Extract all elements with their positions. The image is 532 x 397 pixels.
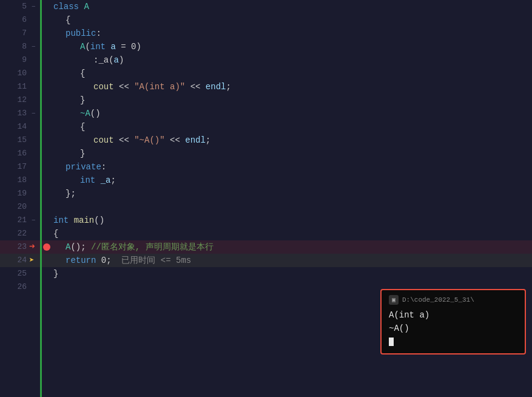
fold-marker xyxy=(32,187,40,200)
line-wrapper: 25} xyxy=(0,267,532,280)
line-code: :_a(a) xyxy=(53,53,532,67)
token: private xyxy=(66,162,101,172)
line-code: } xyxy=(53,147,532,160)
token: endl xyxy=(206,82,226,92)
fold-marker xyxy=(32,120,40,134)
token: ; xyxy=(110,175,115,185)
token: ; xyxy=(206,135,210,145)
line-code: ~A() xyxy=(53,107,532,120)
line-indicator xyxy=(40,120,53,134)
token: "~A()" xyxy=(134,135,164,145)
line-indicator xyxy=(40,27,53,40)
terminal-line-2-text: ~A() xyxy=(389,324,409,333)
line-number: 25 xyxy=(0,267,32,280)
line-wrapper: 11cout << "A(int a)" << endl; xyxy=(0,80,532,93)
terminal-cursor-line xyxy=(389,335,517,348)
fold-marker xyxy=(32,147,40,160)
fold-marker xyxy=(32,174,40,187)
token xyxy=(69,215,73,225)
fold-marker[interactable]: − xyxy=(32,107,40,120)
line-code: public: xyxy=(53,27,532,40)
line-indicator xyxy=(40,40,53,53)
line-number: 19 xyxy=(0,187,32,200)
line-number: 18 xyxy=(0,174,32,187)
line-wrapper: 7public: xyxy=(0,27,532,40)
terminal-path: D:\code_2022_5_31\ xyxy=(402,296,474,304)
line-wrapper: 22{ xyxy=(0,227,532,240)
line-indicator: ➤ xyxy=(40,254,53,267)
line-number: 16 xyxy=(0,147,32,160)
line-indicator xyxy=(40,227,53,240)
token: { xyxy=(80,122,85,132)
line-indicator xyxy=(40,160,53,174)
terminal-icon: ▣ xyxy=(389,295,399,305)
token: ( xyxy=(85,42,90,52)
left-border-bar xyxy=(40,0,42,397)
line-code: private: xyxy=(53,160,532,174)
fold-marker xyxy=(32,200,40,214)
fold-marker[interactable]: − xyxy=(32,40,40,53)
line-code: { xyxy=(53,67,532,80)
token: << xyxy=(114,82,135,92)
token: public xyxy=(66,29,96,38)
line-indicator xyxy=(40,0,53,13)
token: int xyxy=(80,175,95,185)
fold-marker xyxy=(32,53,40,67)
token: ~A xyxy=(80,109,90,118)
fold-marker xyxy=(32,80,40,93)
line-number: 11 xyxy=(0,80,32,93)
line-number: 26 xyxy=(0,280,32,294)
token: class xyxy=(53,2,84,12)
line-code: } xyxy=(53,93,532,107)
line-number: 9 xyxy=(0,53,32,67)
token: { xyxy=(53,229,58,239)
token: } xyxy=(80,149,85,158)
fold-marker xyxy=(32,27,40,40)
line-number: 13 xyxy=(0,107,32,120)
line-wrapper: 9:_a(a) xyxy=(0,53,532,67)
line-number: 17 xyxy=(0,160,32,174)
line-code: A(int a = 0) xyxy=(53,40,532,53)
token: a xyxy=(110,42,115,52)
line-wrapper: 5−class A xyxy=(0,0,532,13)
fold-marker[interactable]: − xyxy=(32,0,40,13)
line-code: { xyxy=(53,13,532,27)
line-wrapper: 18int _a; xyxy=(0,174,532,187)
line-indicator xyxy=(40,107,53,120)
line-number: 12 xyxy=(0,93,32,107)
fold-marker xyxy=(32,280,40,294)
token: endl xyxy=(185,135,206,145)
token: { xyxy=(80,69,85,78)
line-number: 8 xyxy=(0,40,32,53)
line-indicator xyxy=(40,67,53,80)
line-indicator xyxy=(40,267,53,280)
fold-marker[interactable]: − xyxy=(32,214,40,227)
line-indicator xyxy=(40,93,53,107)
editor: 5−class A6{7public:8−A(int a = 0)9:_a(a)… xyxy=(0,0,532,397)
token: () xyxy=(90,109,101,118)
line-code: { xyxy=(53,120,532,134)
terminal-popup: ▣ D:\code_2022_5_31\ A(int a) ~A() xyxy=(380,289,526,355)
line-code xyxy=(53,200,532,214)
line-indicator: ➜ xyxy=(40,240,53,254)
token: //匿名对象, 声明周期就是本行 xyxy=(91,242,214,252)
token: ) xyxy=(119,55,124,65)
line-wrapper: 19}; xyxy=(0,187,532,200)
token: << xyxy=(114,135,135,145)
terminal-content: A(int a) ~A() xyxy=(389,308,517,348)
terminal-cursor xyxy=(389,338,394,346)
line-code: cout << "A(int a)" << endl; xyxy=(53,80,532,93)
token: } xyxy=(53,269,58,279)
token: A xyxy=(84,2,89,12)
line-number: 21 xyxy=(0,214,32,227)
token: return xyxy=(66,256,96,265)
fold-marker xyxy=(32,13,40,27)
line-wrapper: 24➤return 0; 已用时间 <= 5ms xyxy=(0,254,532,267)
token: << xyxy=(165,135,186,145)
line-number: 15 xyxy=(0,134,32,147)
token: ; xyxy=(226,82,231,92)
line-indicator xyxy=(40,13,53,27)
line-wrapper: 13−~A() xyxy=(0,107,532,120)
line-code: cout << "~A()" << endl; xyxy=(53,134,532,147)
line-wrapper: 16} xyxy=(0,147,532,160)
